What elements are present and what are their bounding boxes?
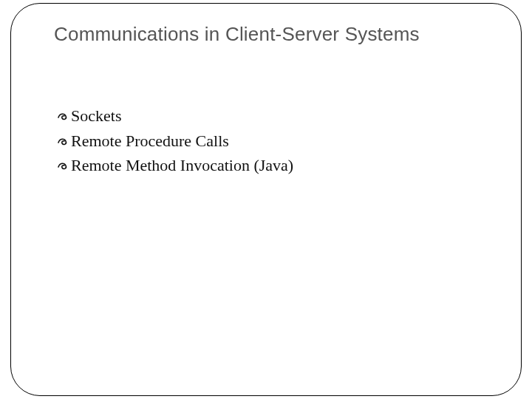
bullet-text: Remote Procedure Calls xyxy=(71,131,229,151)
bullet-icon xyxy=(57,159,70,175)
bullet-text: Remote Method Invocation (Java) xyxy=(71,155,293,176)
list-item: Remote Method Invocation (Java) xyxy=(57,155,293,176)
slide-title: Communications in Client-Server Systems xyxy=(54,23,420,46)
slide-frame: Communications in Client-Server Systems … xyxy=(10,3,522,396)
list-item: Remote Procedure Calls xyxy=(57,131,293,151)
bullet-icon xyxy=(57,109,70,126)
bullet-text: Sockets xyxy=(71,106,121,126)
bullet-icon xyxy=(57,134,70,151)
list-item: Sockets xyxy=(57,106,293,126)
bullet-list: Sockets Remote Procedure Calls Remote Me… xyxy=(57,106,293,180)
